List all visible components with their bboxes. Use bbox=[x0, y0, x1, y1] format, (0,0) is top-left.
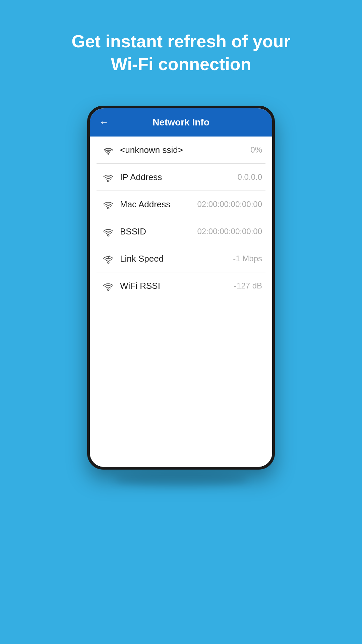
mac-address-label: Mac Address bbox=[117, 199, 194, 210]
network-list: <unknown ssid> 0% IP Address 0.0.0.0 bbox=[90, 137, 272, 299]
wifi-outline-icon bbox=[100, 171, 117, 183]
list-item: Mac Address 02:00:00:00:00:00 bbox=[97, 191, 265, 218]
app-header-title: Network Info bbox=[153, 117, 209, 128]
wifi-bars-icon bbox=[100, 253, 117, 265]
headline-line2: Wi-Fi connection bbox=[111, 54, 251, 74]
list-item: <unknown ssid> 0% bbox=[97, 137, 265, 164]
back-button[interactable]: ← bbox=[99, 117, 109, 128]
list-item: WiFi RSSI -127 dB bbox=[97, 272, 265, 299]
mac-address-value: 02:00:00:00:00:00 bbox=[194, 200, 262, 209]
phone-mockup: ← Network Info <unknown ssid> 0% bbox=[87, 106, 275, 470]
phone-shadow bbox=[114, 473, 248, 486]
list-item: BSSID 02:00:00:00:00:00 bbox=[97, 218, 265, 245]
wifi-rssi-label: WiFi RSSI bbox=[117, 281, 231, 291]
wifi-rssi-value: -127 dB bbox=[231, 281, 262, 290]
app-header: ← Network Info bbox=[90, 108, 272, 137]
wifi-rssi-icon bbox=[100, 280, 117, 292]
ssid-label: <unknown ssid> bbox=[117, 145, 247, 155]
phone-inner: ← Network Info <unknown ssid> 0% bbox=[90, 108, 272, 467]
link-speed-label: Link Speed bbox=[117, 254, 230, 264]
bssid-label: BSSID bbox=[117, 226, 194, 237]
ip-address-value: 0.0.0.0 bbox=[234, 172, 262, 182]
list-item: IP Address 0.0.0.0 bbox=[97, 164, 265, 191]
page-headline: Get instant refresh of your Wi-Fi connec… bbox=[64, 30, 298, 75]
ssid-value: 0% bbox=[247, 145, 262, 155]
ip-address-label: IP Address bbox=[117, 172, 234, 182]
wifi-outline-icon bbox=[100, 198, 117, 210]
wifi-outline-icon bbox=[100, 225, 117, 237]
headline-line1: Get instant refresh of your bbox=[72, 32, 291, 51]
list-item: Link Speed -1 Mbps bbox=[97, 245, 265, 272]
bssid-value: 02:00:00:00:00:00 bbox=[194, 227, 262, 236]
wifi-full-icon bbox=[100, 144, 117, 156]
content-empty-area bbox=[90, 299, 272, 467]
link-speed-value: -1 Mbps bbox=[230, 254, 262, 263]
